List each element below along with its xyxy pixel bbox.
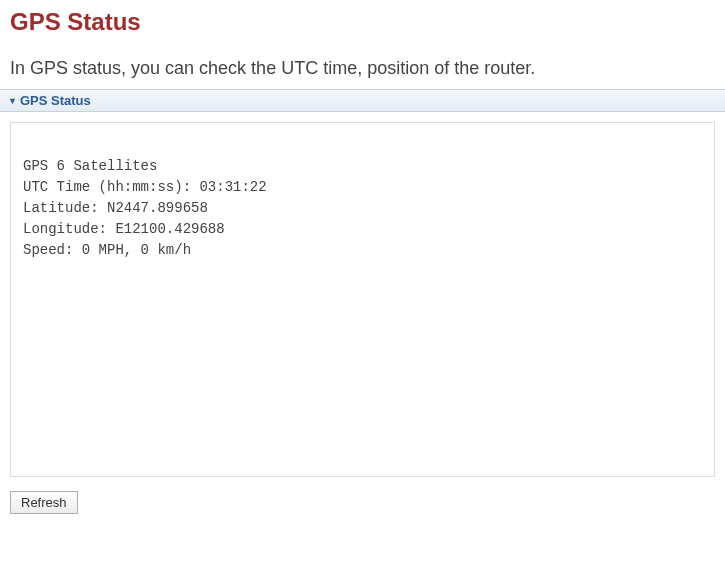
gps-utc-line: UTC Time (hh:mm:ss): 03:31:22 bbox=[23, 179, 267, 195]
gps-latitude-line: Latitude: N2447.899658 bbox=[23, 200, 208, 216]
intro-text: In GPS status, you can check the UTC tim… bbox=[0, 40, 725, 89]
gps-satellites-line: GPS 6 Satellites bbox=[23, 158, 157, 174]
gps-speed-line: Speed: 0 MPH, 0 km/h bbox=[23, 242, 191, 258]
gps-status-textarea[interactable]: GPS 6 Satellites UTC Time (hh:mm:ss): 03… bbox=[10, 122, 715, 477]
collapse-arrow-icon: ▼ bbox=[8, 96, 17, 106]
panel-header[interactable]: ▼ GPS Status bbox=[0, 89, 725, 112]
refresh-button[interactable]: Refresh bbox=[10, 491, 78, 514]
button-bar: Refresh bbox=[0, 487, 725, 518]
gps-longitude-line: Longitude: E12100.429688 bbox=[23, 221, 225, 237]
panel-header-label: GPS Status bbox=[20, 93, 91, 108]
page-title: GPS Status bbox=[0, 0, 725, 40]
